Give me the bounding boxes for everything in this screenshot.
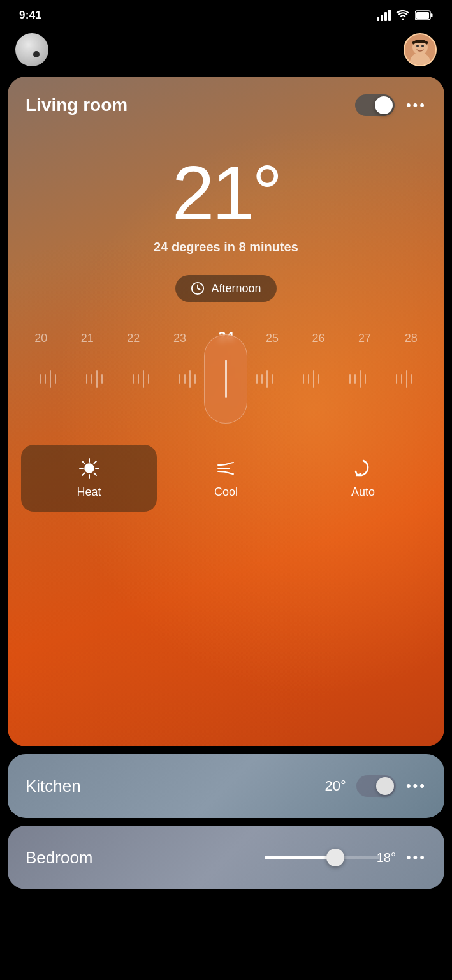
scale-23: 23 [168, 332, 191, 345]
tick-group-25 [256, 370, 273, 388]
scale-22: 22 [122, 332, 145, 345]
signal-icon [377, 10, 391, 21]
svg-point-6 [416, 45, 419, 47]
temp-display: 21° 24 degrees in 8 minutes [8, 116, 444, 261]
svg-line-17 [94, 461, 96, 464]
auto-label: Auto [351, 486, 375, 499]
toggle-knob [375, 96, 393, 114]
svg-line-16 [94, 473, 96, 476]
tick-group-28 [396, 370, 412, 388]
tick-group-21 [86, 370, 103, 388]
avatar[interactable] [404, 33, 437, 66]
kitchen-name: Kitchen [26, 776, 81, 796]
svg-line-15 [82, 461, 85, 464]
svg-point-10 [85, 464, 94, 473]
header-controls: ••• [355, 94, 426, 116]
scale-25: 25 [261, 332, 284, 345]
top-nav [0, 28, 452, 77]
status-bar: 9:41 [0, 0, 452, 28]
living-room-card: Living room ••• 21° 24 degrees in 8 minu… [8, 77, 444, 746]
slider-handle[interactable] [204, 334, 247, 424]
wind-icon [215, 457, 237, 479]
tick-group-20 [40, 370, 56, 388]
kitchen-toggle[interactable] [356, 775, 396, 797]
home-icon[interactable] [15, 33, 48, 66]
scale-27: 27 [353, 332, 376, 345]
battery-icon [415, 10, 433, 20]
scale-track [18, 350, 434, 408]
cool-label: Cool [214, 486, 238, 499]
svg-point-7 [421, 45, 424, 47]
heat-mode-button[interactable]: Heat [21, 445, 157, 512]
current-temp: 21° [20, 154, 432, 231]
tick-group-22 [133, 370, 149, 388]
mode-buttons: Heat Cool Auto [8, 427, 444, 535]
tick-group-23 [179, 370, 196, 388]
bedroom-temp: 18° [377, 850, 396, 865]
living-room-toggle[interactable] [355, 94, 395, 116]
svg-rect-2 [416, 12, 429, 19]
bedroom-slider-track [265, 856, 379, 859]
living-room-name: Living room [26, 95, 128, 115]
kitchen-temp: 20° [325, 778, 346, 794]
bedroom-more[interactable]: ••• [406, 849, 426, 866]
schedule-time: Afternoon [211, 282, 261, 295]
temp-subtitle: 24 degrees in 8 minutes [20, 240, 432, 255]
auto-icon [353, 457, 374, 479]
card-header: Living room ••• [8, 77, 444, 116]
heat-label: Heat [77, 486, 101, 499]
tick-group-27 [349, 370, 366, 388]
living-room-more[interactable]: ••• [406, 97, 426, 114]
bedroom-name: Bedroom [26, 848, 93, 868]
schedule-badge[interactable]: Afternoon [175, 275, 276, 302]
kitchen-more[interactable]: ••• [406, 778, 426, 794]
sun-icon [78, 457, 100, 479]
wifi-icon [396, 10, 410, 20]
auto-mode-button[interactable]: Auto [295, 457, 431, 499]
svg-line-18 [82, 473, 85, 476]
status-time: 9:41 [19, 9, 41, 22]
temp-slider-area[interactable]: 20 21 22 23 24 25 26 27 28 [8, 316, 444, 427]
bedroom-slider[interactable] [265, 856, 367, 859]
scale-26: 26 [307, 332, 330, 345]
kitchen-toggle-knob [376, 777, 394, 795]
bedroom-card: Bedroom 18° ••• [8, 826, 444, 889]
clock-icon [191, 281, 205, 295]
status-icons [377, 10, 433, 21]
bedroom-slider-thumb [326, 849, 344, 866]
kitchen-card: Kitchen 20° ••• [8, 754, 444, 818]
kitchen-right: 20° ••• [325, 775, 426, 797]
slider-handle-line [225, 360, 227, 398]
bedroom-right: 18° ••• [265, 849, 426, 866]
scale-21: 21 [76, 332, 99, 345]
scale-28: 28 [400, 332, 423, 345]
svg-rect-1 [431, 13, 433, 17]
cool-mode-button[interactable]: Cool [158, 457, 294, 499]
scale-20: 20 [29, 332, 52, 345]
tick-group-26 [303, 370, 319, 388]
